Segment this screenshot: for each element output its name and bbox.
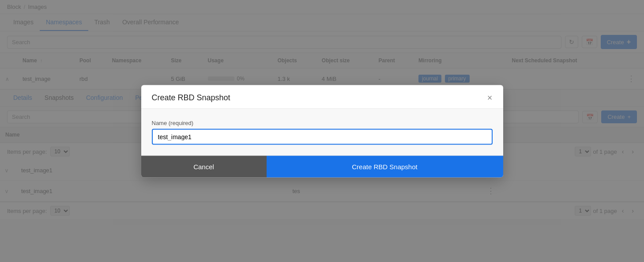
modal-footer: Cancel Create RBD Snapshot [141,155,503,177]
modal-close-button[interactable]: × [487,93,493,102]
create-rbd-snapshot-modal: Create RBD Snapshot × Name (required) Ca… [141,85,503,177]
snapshot-name-input[interactable] [152,129,493,144]
modal-header: Create RBD Snapshot × [141,85,503,109]
modal-body: Name (required) [141,109,503,155]
name-label: Name (required) [152,119,493,126]
modal-title: Create RBD Snapshot [152,93,230,102]
modal-create-rbd-snapshot-button[interactable]: Create RBD Snapshot [267,156,503,177]
modal-cancel-button[interactable]: Cancel [141,156,267,177]
